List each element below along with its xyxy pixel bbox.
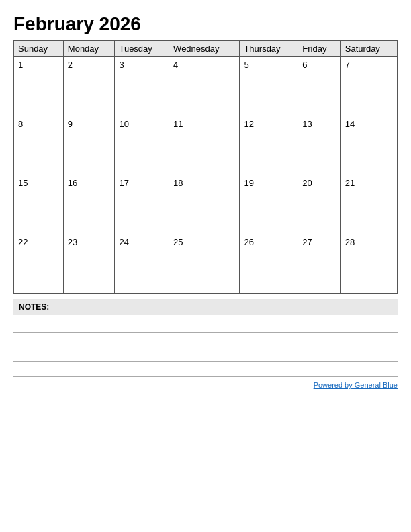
calendar-day-11: 11 xyxy=(169,116,240,175)
day-number: 16 xyxy=(68,178,77,188)
notes-line-1 xyxy=(13,318,398,332)
calendar-day-9: 9 xyxy=(63,116,115,175)
calendar-week-row-4: 22232425262728 xyxy=(14,234,398,294)
day-number: 3 xyxy=(119,60,124,70)
calendar-day-24: 24 xyxy=(115,234,169,294)
calendar-day-23: 23 xyxy=(63,234,115,294)
day-number: 6 xyxy=(302,60,307,70)
day-number: 22 xyxy=(18,237,28,247)
day-number: 15 xyxy=(18,178,28,188)
notes-line-2 xyxy=(13,332,398,347)
calendar-header-sunday: Sunday xyxy=(14,41,64,57)
day-number: 21 xyxy=(345,178,355,188)
calendar-day-22: 22 xyxy=(14,234,64,294)
calendar-day-16: 16 xyxy=(63,175,115,234)
day-number: 8 xyxy=(18,119,23,129)
calendar-day-2: 2 xyxy=(63,57,115,116)
notes-label: NOTES: xyxy=(13,299,398,315)
calendar-day-20: 20 xyxy=(298,175,341,234)
day-number: 12 xyxy=(244,119,253,129)
day-number: 18 xyxy=(173,178,183,188)
notes-line-4 xyxy=(13,362,398,377)
calendar-header-thursday: Thursday xyxy=(240,41,298,57)
day-number: 20 xyxy=(302,178,312,188)
day-number: 27 xyxy=(302,237,312,247)
calendar-day-8: 8 xyxy=(14,116,64,175)
day-number: 10 xyxy=(119,119,128,129)
calendar-day-21: 21 xyxy=(340,175,397,234)
notes-lines xyxy=(13,318,398,377)
calendar-day-19: 19 xyxy=(240,175,298,234)
calendar-week-row-3: 15161718192021 xyxy=(14,175,398,234)
calendar-day-14: 14 xyxy=(340,116,397,175)
calendar-header-row: SundayMondayTuesdayWednesdayThursdayFrid… xyxy=(14,41,398,57)
calendar-day-3: 3 xyxy=(115,57,169,116)
calendar-day-4: 4 xyxy=(169,57,240,116)
day-number: 24 xyxy=(119,237,128,247)
calendar-day-25: 25 xyxy=(169,234,240,294)
day-number: 9 xyxy=(68,119,73,129)
calendar-day-5: 5 xyxy=(240,57,298,116)
day-number: 28 xyxy=(345,237,355,247)
day-number: 19 xyxy=(244,178,253,188)
calendar-day-13: 13 xyxy=(298,116,341,175)
day-number: 5 xyxy=(244,60,248,70)
calendar-day-17: 17 xyxy=(115,175,169,234)
day-number: 25 xyxy=(173,237,183,247)
footer: Powered by General Blue xyxy=(13,381,398,389)
calendar-table: SundayMondayTuesdayWednesdayThursdayFrid… xyxy=(13,40,398,294)
calendar-day-28: 28 xyxy=(340,234,397,294)
day-number: 1 xyxy=(18,60,23,70)
calendar-week-row-1: 1234567 xyxy=(14,57,398,116)
day-number: 4 xyxy=(173,60,178,70)
day-number: 13 xyxy=(302,119,312,129)
calendar-day-12: 12 xyxy=(240,116,298,175)
day-number: 17 xyxy=(119,178,128,188)
day-number: 11 xyxy=(173,119,183,129)
notes-section: NOTES: xyxy=(13,299,398,377)
calendar-day-7: 7 xyxy=(340,57,397,116)
notes-line-3 xyxy=(13,347,398,362)
powered-by-link[interactable]: Powered by General Blue xyxy=(314,381,398,389)
calendar-day-10: 10 xyxy=(115,116,169,175)
calendar-day-15: 15 xyxy=(14,175,64,234)
day-number: 23 xyxy=(68,237,77,247)
calendar-header-tuesday: Tuesday xyxy=(115,41,169,57)
day-number: 7 xyxy=(345,60,350,70)
calendar-day-1: 1 xyxy=(14,57,64,116)
calendar-header-saturday: Saturday xyxy=(340,41,397,57)
calendar-title: February 2026 xyxy=(13,13,398,35)
day-number: 14 xyxy=(345,119,355,129)
calendar-header-friday: Friday xyxy=(298,41,341,57)
day-number: 26 xyxy=(244,237,253,247)
calendar-header-monday: Monday xyxy=(63,41,115,57)
calendar-header-wednesday: Wednesday xyxy=(169,41,240,57)
day-number: 2 xyxy=(68,60,73,70)
calendar-day-18: 18 xyxy=(169,175,240,234)
calendar-day-27: 27 xyxy=(298,234,341,294)
calendar-day-26: 26 xyxy=(240,234,298,294)
calendar-day-6: 6 xyxy=(298,57,341,116)
calendar-week-row-2: 891011121314 xyxy=(14,116,398,175)
